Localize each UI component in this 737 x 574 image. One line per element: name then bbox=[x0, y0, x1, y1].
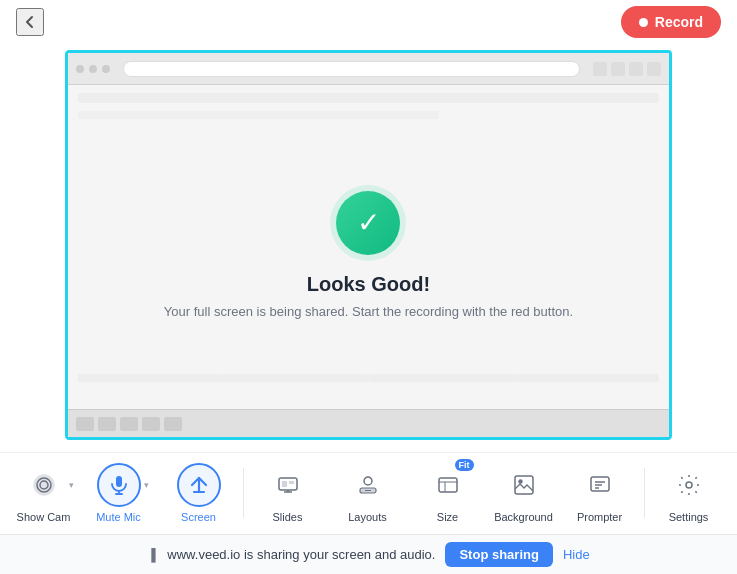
svg-rect-11 bbox=[289, 481, 294, 484]
svg-point-24 bbox=[686, 482, 692, 488]
mute-mic-caret: ▾ bbox=[144, 480, 149, 490]
back-button[interactable] bbox=[16, 8, 44, 36]
layouts-icon bbox=[356, 473, 380, 497]
record-label: Record bbox=[655, 14, 703, 30]
browser-url-bar bbox=[123, 61, 580, 77]
svg-point-19 bbox=[519, 480, 522, 483]
record-dot-icon bbox=[639, 18, 648, 27]
toolbar-item-background[interactable]: Background bbox=[488, 455, 560, 531]
browser-dot-2 bbox=[89, 65, 97, 73]
toolbar-item-size[interactable]: Fit Size bbox=[408, 455, 488, 531]
svg-rect-10 bbox=[282, 481, 287, 487]
status-bar: ▐ www.veed.io is sharing your screen and… bbox=[0, 534, 737, 574]
prompter-label: Prompter bbox=[577, 511, 622, 523]
success-overlay: ✓ Looks Good! Your full screen is being … bbox=[164, 191, 573, 319]
mute-mic-label: Mute Mic bbox=[96, 511, 141, 523]
size-icon bbox=[436, 473, 460, 497]
fake-taskbar bbox=[68, 409, 669, 437]
fake-content-row-3 bbox=[78, 374, 659, 382]
show-cam-caret: ▾ bbox=[69, 480, 74, 490]
fake-content-row-1 bbox=[78, 93, 659, 103]
fake-browser: ✓ Looks Good! Your full screen is being … bbox=[68, 53, 669, 437]
screen-icon bbox=[187, 473, 211, 497]
background-label: Background bbox=[494, 511, 553, 523]
prompter-icon bbox=[588, 473, 612, 497]
prompter-icon-wrap bbox=[578, 463, 622, 507]
hide-link[interactable]: Hide bbox=[563, 547, 590, 562]
browser-bar bbox=[68, 53, 669, 85]
taskbar-item-5 bbox=[164, 417, 182, 431]
screen-preview: ✓ Looks Good! Your full screen is being … bbox=[65, 50, 672, 440]
settings-label: Settings bbox=[669, 511, 709, 523]
layouts-label: Layouts bbox=[348, 511, 387, 523]
size-icon-wrap: Fit bbox=[426, 463, 470, 507]
toolbar-separator-2 bbox=[644, 468, 645, 518]
taskbar-item-3 bbox=[120, 417, 138, 431]
mic-icon bbox=[107, 473, 131, 497]
toolbar-item-slides[interactable]: Slides bbox=[248, 455, 328, 531]
svg-rect-18 bbox=[515, 476, 533, 494]
toolbar-separator-1 bbox=[243, 468, 244, 518]
show-cam-label: Show Cam bbox=[17, 511, 71, 523]
slides-label: Slides bbox=[273, 511, 303, 523]
camera-icon bbox=[32, 473, 56, 497]
stop-sharing-button[interactable]: Stop sharing bbox=[445, 542, 552, 567]
gear-icon bbox=[677, 473, 701, 497]
taskbar-item-1 bbox=[76, 417, 94, 431]
browser-icon-1 bbox=[593, 62, 607, 76]
toolbar-item-layouts[interactable]: Layouts bbox=[328, 455, 408, 531]
looks-good-subtitle: Your full screen is being shared. Start … bbox=[164, 304, 573, 319]
toolbar-item-screen[interactable]: Screen bbox=[159, 455, 239, 531]
top-bar: Record bbox=[0, 0, 737, 44]
fake-content-row-2 bbox=[78, 111, 439, 119]
slides-icon bbox=[276, 473, 300, 497]
svg-rect-7 bbox=[279, 478, 297, 490]
looks-good-title: Looks Good! bbox=[307, 273, 430, 296]
browser-dot-3 bbox=[102, 65, 110, 73]
layouts-icon-wrap bbox=[346, 463, 390, 507]
browser-icon-2 bbox=[611, 62, 625, 76]
show-cam-icon-wrap: ▾ bbox=[22, 463, 66, 507]
check-circle-icon: ✓ bbox=[336, 191, 400, 255]
toolbar-item-show-cam[interactable]: ▾ Show Cam bbox=[9, 455, 79, 531]
svg-rect-15 bbox=[439, 478, 457, 492]
background-icon bbox=[512, 473, 536, 497]
background-icon-wrap bbox=[502, 463, 546, 507]
taskbar-item-4 bbox=[142, 417, 160, 431]
browser-icons bbox=[593, 62, 661, 76]
taskbar-item-2 bbox=[98, 417, 116, 431]
browser-icon-4 bbox=[647, 62, 661, 76]
fit-badge: Fit bbox=[455, 459, 474, 471]
record-button[interactable]: Record bbox=[621, 6, 721, 38]
mute-mic-icon-wrap: ▾ bbox=[97, 463, 141, 507]
svg-rect-2 bbox=[116, 476, 122, 487]
slides-icon-wrap bbox=[266, 463, 310, 507]
screen-label: Screen bbox=[181, 511, 216, 523]
toolbar-item-prompter[interactable]: Prompter bbox=[560, 455, 640, 531]
browser-icon-3 bbox=[629, 62, 643, 76]
checkmark: ✓ bbox=[357, 209, 380, 237]
sharing-icon: ▐ bbox=[147, 549, 157, 561]
svg-rect-20 bbox=[591, 477, 609, 491]
toolbar-item-settings[interactable]: Settings bbox=[649, 455, 729, 531]
svg-point-12 bbox=[364, 477, 372, 485]
size-label: Size bbox=[437, 511, 458, 523]
sharing-text: www.veed.io is sharing your screen and a… bbox=[167, 547, 435, 562]
browser-dot-1 bbox=[76, 65, 84, 73]
toolbar-item-mute-mic[interactable]: ▾ Mute Mic bbox=[79, 455, 159, 531]
bottom-toolbar: ▾ Show Cam ▾ Mute Mic Screen bbox=[0, 452, 737, 532]
settings-icon-wrap bbox=[667, 463, 711, 507]
screen-icon-wrap bbox=[177, 463, 221, 507]
